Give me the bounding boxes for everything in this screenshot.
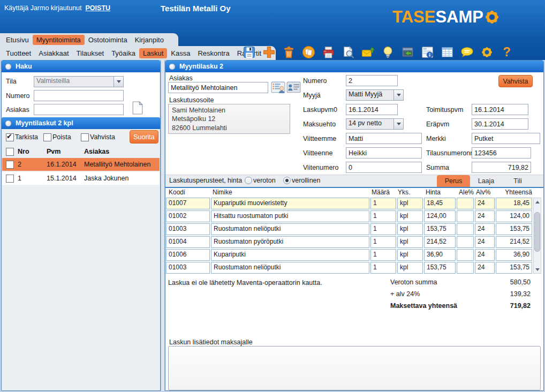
cell-koodi[interactable]: 01004 xyxy=(166,236,210,248)
invoice-list-row[interactable]: 2 16.1.2014 Metallityö Mehtolainen xyxy=(2,158,160,171)
cell-ale[interactable] xyxy=(457,198,474,209)
cell-nimike[interactable]: Ruostumaton neliöputki xyxy=(211,262,369,274)
erapvm-input[interactable] xyxy=(472,118,528,130)
search-numero-input[interactable] xyxy=(34,90,124,101)
veroton-label[interactable]: veroton xyxy=(253,177,276,184)
cell-maara[interactable]: 1 xyxy=(370,249,396,261)
chevron-down-icon[interactable] xyxy=(393,119,403,129)
laskupvm-input[interactable] xyxy=(346,104,398,115)
cell-ale[interactable] xyxy=(457,262,474,274)
cell-alv[interactable]: 24 xyxy=(475,262,495,274)
tab-ostotoiminta[interactable]: Ostotoiminta xyxy=(85,35,131,45)
scroll-up-icon[interactable] xyxy=(534,199,541,205)
save-icon[interactable] xyxy=(243,46,256,59)
cell-nimike[interactable]: Ruostumaton neliöputki xyxy=(211,223,369,235)
tab-myyntitoiminta[interactable]: Myyntitoiminta xyxy=(33,35,85,45)
panel-splitter[interactable] xyxy=(161,60,165,391)
tab-tyoaika[interactable]: Työaika xyxy=(108,48,139,58)
delete-icon[interactable] xyxy=(282,46,296,59)
cell-maara[interactable]: 1 xyxy=(370,236,396,248)
cell-maara[interactable]: 1 xyxy=(370,262,396,274)
print-icon[interactable] xyxy=(322,46,335,59)
new-document-icon[interactable] xyxy=(132,101,143,115)
cell-maara[interactable]: 1 xyxy=(370,198,396,209)
chevron-down-icon[interactable] xyxy=(113,77,123,87)
poista-checkbox[interactable] xyxy=(43,133,51,141)
cell-koodi[interactable]: 01002 xyxy=(166,210,210,222)
viitteemme-input[interactable] xyxy=(346,133,422,144)
tarkista-checkbox[interactable] xyxy=(6,133,14,141)
tab-tuotteet[interactable]: Tuotteet xyxy=(2,48,35,58)
customer-info-icon[interactable] xyxy=(271,81,285,94)
send-email-icon[interactable] xyxy=(361,46,375,59)
cell-yks[interactable]: kpl xyxy=(397,236,423,248)
suorita-button[interactable]: Suorita xyxy=(130,130,158,144)
cell-koodi[interactable]: 01007 xyxy=(166,198,210,209)
tab-perus[interactable]: Perus xyxy=(437,175,470,187)
vahvista-button[interactable]: Vahvista xyxy=(498,75,533,87)
cell-nimike[interactable]: Kupariputki xyxy=(211,249,369,261)
cell-yhteensa[interactable]: 153,75 xyxy=(496,262,532,274)
cell-koodi[interactable]: 01006 xyxy=(166,249,210,261)
preview-icon[interactable] xyxy=(342,46,355,59)
report-info-icon[interactable] xyxy=(421,46,434,59)
cell-hinta[interactable]: 153,75 xyxy=(424,223,456,235)
cell-ale[interactable] xyxy=(457,223,474,235)
contact-card-icon[interactable] xyxy=(286,81,301,94)
hint-bulb-icon[interactable] xyxy=(381,46,395,59)
table-icon[interactable] xyxy=(441,46,454,59)
add-icon[interactable] xyxy=(262,46,276,59)
cell-nimike[interactable]: Ruostumaton pyöröputki xyxy=(211,236,369,248)
cell-yks[interactable]: kpl xyxy=(397,210,423,222)
cell-nimike[interactable]: Hitsattu ruostumaton putki xyxy=(211,210,369,222)
tila-select[interactable]: Valmisteilla xyxy=(34,76,124,87)
cell-alv[interactable]: 24 xyxy=(475,223,495,235)
tab-kirjanpito[interactable]: Kirjanpito xyxy=(131,35,168,45)
cell-yhteensa[interactable]: 153,75 xyxy=(496,223,532,235)
invoice-list-row[interactable]: 1 15.1.2014 Jaska Jokunen xyxy=(2,172,160,185)
cell-koodi[interactable]: 01003 xyxy=(166,223,210,235)
tab-laskut[interactable]: Laskut xyxy=(139,48,167,58)
scrollbar-thumb[interactable] xyxy=(534,212,540,252)
row-checkbox[interactable] xyxy=(6,161,14,169)
logout-link[interactable]: POISTU xyxy=(86,4,111,12)
cell-yks[interactable]: kpl xyxy=(397,223,423,235)
settings-gear-icon[interactable] xyxy=(480,46,494,59)
cell-maara[interactable]: 1 xyxy=(370,223,396,235)
summa-input[interactable] xyxy=(472,162,531,173)
cell-alv[interactable]: 24 xyxy=(475,198,495,209)
select-all-checkbox[interactable] xyxy=(6,148,14,156)
tab-asiakkaat[interactable]: Asiakkaat xyxy=(35,48,72,58)
toimituspvm-input[interactable] xyxy=(472,104,528,115)
cell-ale[interactable] xyxy=(457,249,474,261)
cell-hinta[interactable]: 18,45 xyxy=(424,198,456,209)
veroton-radio[interactable] xyxy=(245,177,252,184)
cell-alv[interactable]: 24 xyxy=(475,210,495,222)
cell-maara[interactable]: 1 xyxy=(370,210,396,222)
scroll-down-icon[interactable] xyxy=(534,266,541,273)
cell-hinta[interactable]: 153,75 xyxy=(424,262,456,274)
cell-yks[interactable]: kpl xyxy=(397,249,423,261)
billing-address-box[interactable]: Sami Mehtolainen Metsäpolku 12 82600 Lum… xyxy=(168,104,290,134)
chevron-down-icon[interactable] xyxy=(393,90,403,100)
cell-nimike[interactable]: Kupariputki muovieristetty xyxy=(211,198,369,209)
tab-tili[interactable]: Tili xyxy=(502,175,533,187)
notes-textarea[interactable] xyxy=(168,346,541,390)
cell-yhteensa[interactable]: 124,00 xyxy=(496,210,532,222)
maksuehto-select[interactable]: 14 pv netto xyxy=(346,118,404,130)
cell-alv[interactable]: 24 xyxy=(475,236,495,248)
cell-yks[interactable]: kpl xyxy=(397,262,423,274)
table-scrollbar[interactable] xyxy=(533,198,541,274)
cell-yks[interactable]: kpl xyxy=(397,198,423,209)
cell-yhteensa[interactable]: 214,52 xyxy=(496,236,532,248)
verollinen-label[interactable]: verollinen xyxy=(292,177,321,184)
tab-reskontra[interactable]: Reskontra xyxy=(194,48,233,58)
cell-ale[interactable] xyxy=(457,210,474,222)
tab-tilaukset[interactable]: Tilaukset xyxy=(73,48,108,58)
invoice-numero-input[interactable] xyxy=(346,75,398,86)
tab-kassa[interactable]: Kassa xyxy=(167,48,194,58)
row-checkbox[interactable] xyxy=(6,175,14,183)
myyja-select[interactable]: Matti Myyjä xyxy=(346,89,404,101)
copy-icon[interactable] xyxy=(302,46,315,59)
cell-yhteensa[interactable]: 18,45 xyxy=(496,198,532,209)
